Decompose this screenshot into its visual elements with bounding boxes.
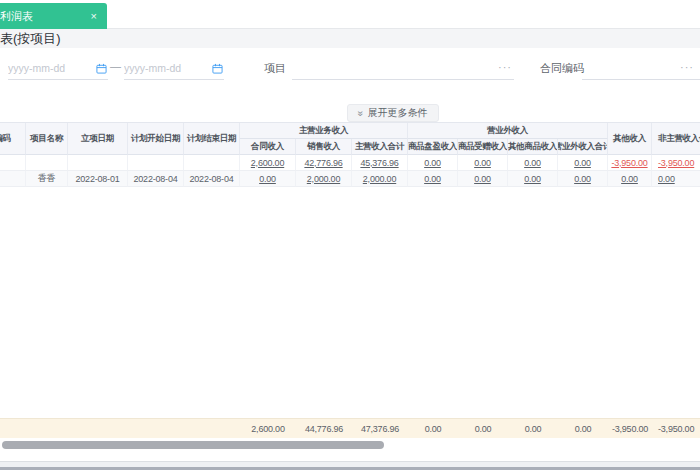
amount-link[interactable]: 0.00 (408, 171, 458, 187)
cell-setup-date (68, 155, 128, 171)
summary-value: 2,600.00 (240, 419, 296, 438)
cell-setup-date: 2022-08-01 (68, 171, 128, 187)
amount-link[interactable]: 0.00 (608, 171, 652, 187)
summary-value: 0.00 (508, 419, 558, 438)
col-header-plan-start-date: 计划开始日期 (128, 123, 184, 155)
end-date-field[interactable] (124, 56, 206, 79)
amount-link[interactable]: 0.00 (408, 155, 458, 171)
amount-link[interactable]: 0.00 (508, 155, 558, 171)
amount-link[interactable]: 2,000.00 (352, 171, 408, 187)
bottom-bar (0, 461, 700, 470)
calendar-icon[interactable] (212, 63, 223, 74)
project-filter-input[interactable]: ··· (292, 56, 514, 80)
summary-value: 0.00 (558, 419, 608, 438)
amount-link[interactable]: 2,000.00 (296, 171, 352, 187)
summary-empty-cell (128, 419, 184, 438)
table-row-total: 2,600.00 42,776.96 45,376.96 0.00 0.00 0… (0, 155, 700, 171)
summary-value: -3,950.00 (652, 419, 700, 438)
amount-link[interactable]: 45,376.96 (352, 155, 408, 171)
amount-link[interactable]: -3,950.00 (608, 155, 652, 171)
cell-project-name: 香香 (26, 171, 68, 187)
start-date-input[interactable] (8, 56, 108, 80)
amount-link[interactable]: 2,600.00 (240, 155, 296, 171)
amount-link[interactable]: 0.00 (652, 171, 700, 187)
summary-value: 44,776.96 (296, 419, 352, 438)
group-label-main-income: 主营业务收入 (240, 123, 408, 139)
col-header-main-income-total: 主营收入合计 (352, 139, 408, 155)
col-header-contract-income: 合同收入 (240, 139, 296, 155)
tab-profit-report[interactable]: 项目利润表 × (0, 3, 107, 29)
horizontal-scrollbar-thumb[interactable] (2, 441, 384, 449)
col-group-main-business-income: 主营业务收入 合同收入 销售收入 主营收入合计 (240, 123, 408, 155)
cell-plan-start-date: 2022-08-04 (128, 171, 184, 187)
expand-more-label: 展开更多条件 (368, 106, 428, 120)
col-header-project-code: 项目编码 (0, 123, 26, 155)
page-title: 项目利润表(按项目) (0, 30, 61, 48)
start-date-field[interactable] (8, 56, 90, 79)
expand-more-button[interactable]: » 展开更多条件 (347, 104, 439, 122)
date-range-separator: — (110, 60, 121, 72)
col-header-project-name: 项目名称 (26, 123, 68, 155)
cell-plan-end-date: 2022-08-04 (184, 171, 240, 187)
col-header-nonoperating-income-total: 营业外收入合计 (558, 139, 608, 155)
cell-project-code (0, 171, 26, 187)
more-options-icon[interactable]: ··· (680, 61, 694, 73)
summary-value: 0.00 (458, 419, 508, 438)
filter-panel: — 项目 ··· 合同编码 ··· » 展开更多条件 (0, 48, 700, 122)
contract-code-filter-label: 合同编码 (540, 61, 584, 76)
summary-empty-cell (26, 419, 68, 438)
table-header: 项目编码 项目名称 立项日期 计划开始日期 计划结束日期 主营业务收入 合同收入… (0, 122, 700, 155)
col-header-goods-surplus-income: 商品盘盈收入 (408, 139, 458, 155)
expand-chevron-icon: » (355, 110, 366, 116)
summary-value: 47,376.96 (352, 419, 408, 438)
summary-empty-cell (68, 419, 128, 438)
amount-link[interactable]: 0.00 (558, 171, 608, 187)
more-options-icon[interactable]: ··· (498, 61, 512, 73)
project-filter-label: 项目 (264, 61, 286, 76)
amount-link[interactable]: 0.00 (458, 155, 508, 171)
contract-code-filter-input[interactable]: ··· (582, 56, 700, 80)
amount-link[interactable]: 0.00 (508, 171, 558, 187)
tab-bar: 项目利润表 × (0, 0, 700, 29)
summary-row: 2,600.00 44,776.96 47,376.96 0.00 0.00 0… (0, 418, 700, 438)
col-header-goods-donated-income: 商品受赠收入 (458, 139, 508, 155)
summary-empty-cell (184, 419, 240, 438)
end-date-input[interactable] (124, 56, 224, 80)
cell-project-name (26, 155, 68, 171)
col-header-non-main-income-total: 非主营收入合计 (652, 123, 700, 155)
tab-label: 项目利润表 (0, 9, 33, 24)
project-filter-field[interactable] (292, 56, 496, 79)
summary-value: -3,950.00 (608, 419, 652, 438)
app-window: 项目利润表 × 项目利润表(按项目) — 项 (0, 0, 700, 470)
amount-link[interactable]: -3,950.00 (652, 155, 700, 171)
cell-project-code (0, 155, 26, 171)
summary-value: 0.00 (408, 419, 458, 438)
table-row: 香香 2022-08-01 2022-08-04 2022-08-04 0.00… (0, 171, 700, 187)
report-table: 项目编码 项目名称 立项日期 计划开始日期 计划结束日期 主营业务收入 合同收入… (0, 122, 700, 187)
title-bar: 项目利润表(按项目) (0, 29, 700, 48)
contract-code-filter-field[interactable] (582, 56, 690, 79)
col-header-other-income: 其他收入 (608, 123, 652, 155)
col-header-sales-income: 销售收入 (296, 139, 352, 155)
col-header-plan-end-date: 计划结束日期 (184, 123, 240, 155)
cell-plan-end-date (184, 155, 240, 171)
amount-link[interactable]: 42,776.96 (296, 155, 352, 171)
amount-link[interactable]: 0.00 (240, 171, 296, 187)
calendar-icon[interactable] (96, 63, 107, 74)
close-icon[interactable]: × (91, 10, 97, 22)
summary-empty-cell (0, 419, 26, 438)
amount-link[interactable]: 0.00 (458, 171, 508, 187)
group-label-nonoperating-income: 营业外收入 (408, 123, 608, 139)
horizontal-scrollbar (0, 440, 700, 450)
col-group-nonoperating-income: 营业外收入 商品盘盈收入 商品受赠收入 其他商品收入 营业外收入合计 (408, 123, 608, 155)
amount-link[interactable]: 0.00 (558, 155, 608, 171)
cell-plan-start-date (128, 155, 184, 171)
col-header-other-goods-income: 其他商品收入 (508, 139, 558, 155)
col-header-setup-date: 立项日期 (68, 123, 128, 155)
